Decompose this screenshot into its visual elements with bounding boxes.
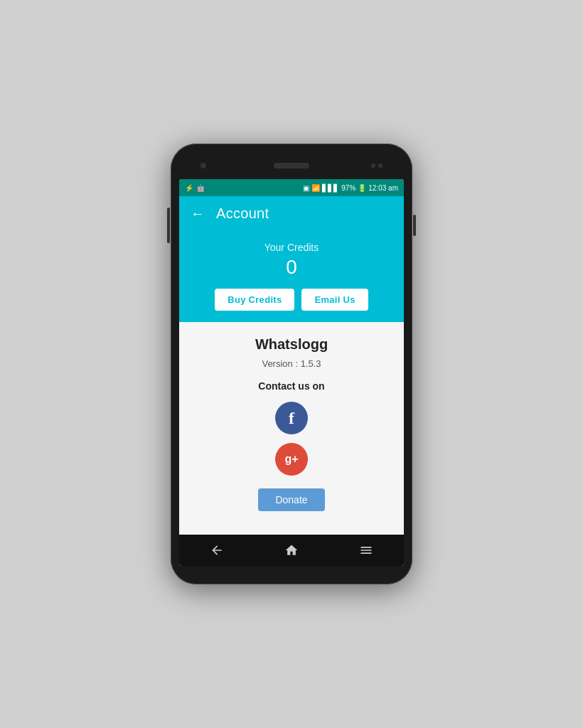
usb-icon: ⚡ (185, 184, 193, 192)
nav-menu-button[interactable] (359, 543, 373, 557)
status-right: ▣ 📶 ▋▋▋ 97% 🔋 12:03 am (303, 184, 398, 192)
back-nav-icon (210, 543, 224, 557)
credits-section: Your Credits 0 Buy Credits Email Us (179, 230, 404, 322)
credits-buttons: Buy Credits Email Us (191, 289, 392, 311)
camera (200, 163, 206, 168)
power-button (413, 215, 416, 236)
facebook-icon: f (289, 409, 294, 428)
buy-credits-button[interactable]: Buy Credits (215, 289, 294, 311)
wifi-icon: 📶 (311, 184, 320, 192)
facebook-button[interactable]: f (275, 402, 308, 434)
sensor-dot (378, 164, 383, 168)
battery-icon: 🔋 (358, 184, 366, 192)
contact-label: Contact us on (258, 380, 324, 392)
speaker (274, 163, 309, 168)
phone-screen: ⚡ 🤖 ▣ 📶 ▋▋▋ 97% 🔋 12:03 am ← Account You… (179, 179, 404, 566)
android-icon: 🤖 (196, 184, 205, 192)
status-bar: ⚡ 🤖 ▣ 📶 ▋▋▋ 97% 🔋 12:03 am (179, 179, 404, 196)
signal-icon: ▋▋▋ (322, 184, 339, 192)
nav-bar (179, 535, 404, 566)
status-left: ⚡ 🤖 (185, 184, 205, 192)
googleplus-button[interactable]: g+ (275, 443, 308, 476)
donate-button[interactable]: Donate (258, 488, 324, 511)
email-us-button[interactable]: Email Us (301, 289, 368, 311)
battery-percent: 97% (341, 184, 355, 192)
menu-nav-icon (359, 543, 373, 557)
sim-icon: ▣ (303, 184, 309, 192)
phone-device: ⚡ 🤖 ▣ 📶 ▋▋▋ 97% 🔋 12:03 am ← Account You… (171, 144, 412, 584)
sensors (371, 164, 383, 168)
googleplus-icon: g+ (284, 453, 298, 466)
sensor-dot (371, 164, 375, 168)
phone-bottom-bar (179, 566, 404, 576)
content-section: Whatslogg Version : 1.5.3 Contact us on … (179, 322, 404, 535)
home-nav-icon (284, 543, 299, 557)
credits-label: Your Credits (191, 242, 392, 253)
app-bar: ← Account (179, 196, 404, 230)
app-name: Whatslogg (255, 336, 328, 353)
nav-back-button[interactable] (210, 543, 224, 557)
clock: 12:03 am (368, 184, 398, 192)
volume-button (167, 208, 170, 243)
back-button[interactable]: ← (191, 205, 205, 222)
page-title: Account (216, 205, 269, 222)
credits-value: 0 (191, 256, 392, 279)
app-version: Version : 1.5.3 (262, 358, 321, 369)
phone-top-bar (179, 152, 404, 179)
nav-home-button[interactable] (284, 543, 299, 557)
